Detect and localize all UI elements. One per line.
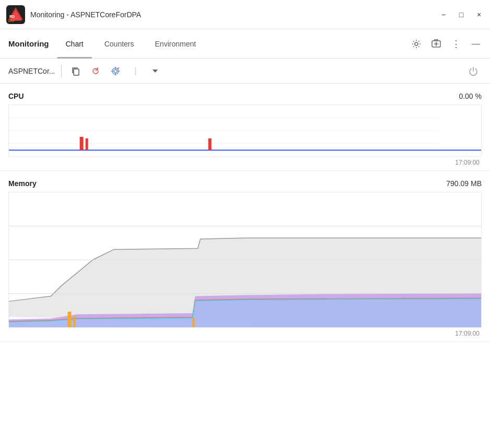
cpu-title: CPU	[8, 92, 24, 100]
maximize-button[interactable]: □	[457, 10, 466, 19]
svg-rect-22	[67, 312, 71, 327]
power-button[interactable]	[465, 63, 482, 79]
separator-label: |	[127, 63, 143, 79]
toolbar-right	[465, 63, 482, 79]
app-logo: RD EAP	[6, 5, 25, 24]
toolbar-divider-1	[61, 65, 62, 77]
title-bar: RD EAP Monitoring - ASPNETCoreForDPA − □…	[0, 0, 490, 29]
content-area: CPU 0.00 % 17:09:00 Memory 790.09 MB	[0, 84, 490, 448]
snapshot-icon[interactable]	[430, 38, 442, 50]
cpu-chart-header: CPU 0.00 %	[8, 92, 482, 100]
cpu-chart-area	[8, 105, 482, 157]
app-name-label: ASPNETCor...	[8, 67, 55, 75]
svg-rect-24	[193, 318, 195, 327]
tab-environment[interactable]: Environment	[147, 29, 205, 59]
memory-value: 790.09 MB	[446, 179, 482, 188]
toolbar: ASPNETCor... |	[0, 59, 490, 84]
target-button[interactable]	[108, 63, 123, 79]
svg-rect-23	[74, 316, 76, 327]
svg-text:EAP: EAP	[8, 19, 15, 22]
collapse-icon[interactable]: —	[470, 38, 482, 50]
tab-chart[interactable]: Chart	[57, 29, 91, 59]
monitoring-label: Monitoring	[8, 39, 49, 48]
memory-title: Memory	[8, 179, 37, 188]
tab-bar-icons: ⋮ —	[411, 38, 482, 50]
svg-rect-15	[80, 137, 84, 150]
refresh-button[interactable]	[88, 63, 103, 79]
memory-chart-area	[8, 192, 482, 328]
svg-marker-10	[153, 70, 158, 73]
cpu-section: CPU 0.00 % 17:09:00	[0, 84, 490, 171]
close-button[interactable]: ×	[474, 10, 484, 19]
svg-rect-7	[74, 69, 79, 75]
copy-button[interactable]	[68, 63, 84, 79]
cpu-value: 0.00 %	[459, 92, 482, 100]
svg-point-5	[415, 42, 418, 45]
memory-chart-header: Memory 790.09 MB	[8, 179, 482, 188]
minimize-button[interactable]: −	[439, 10, 448, 19]
settings-icon[interactable]	[411, 38, 422, 50]
cpu-timestamp: 17:09:00	[8, 159, 482, 166]
memory-section: Memory 790.09 MB	[0, 171, 490, 342]
window-controls: − □ ×	[439, 10, 484, 19]
tab-counters[interactable]: Counters	[96, 29, 143, 59]
tab-bar: Monitoring Chart Counters Environment ⋮ …	[0, 29, 490, 59]
svg-text:RD: RD	[9, 15, 15, 18]
dropdown-button[interactable]	[147, 63, 163, 79]
more-options-icon[interactable]: ⋮	[450, 38, 462, 50]
svg-rect-16	[86, 139, 88, 151]
window-title: Monitoring - ASPNETCoreForDPA	[30, 10, 439, 19]
svg-rect-17	[208, 139, 212, 151]
memory-timestamp: 17:09:00	[8, 330, 482, 337]
